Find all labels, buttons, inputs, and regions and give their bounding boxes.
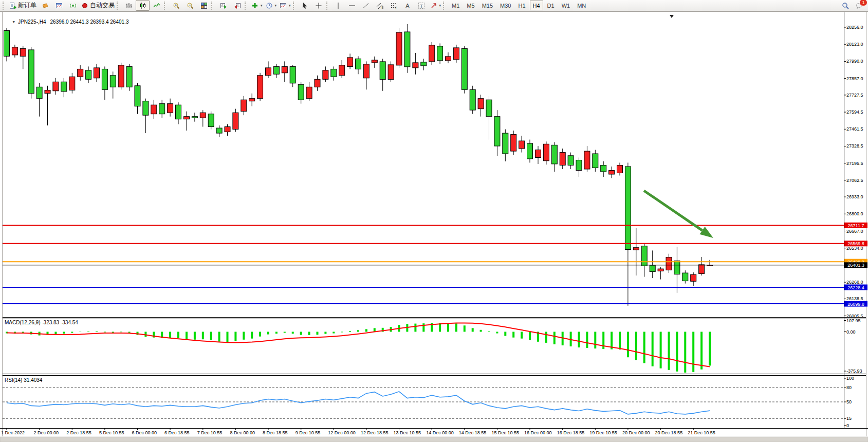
price-axis-tick: 26005.5 [846, 314, 863, 319]
bar-chart-type-button[interactable] [122, 0, 136, 11]
candle [12, 47, 17, 55]
templates-dropdown-arrow-icon[interactable]: ▾ [289, 4, 291, 8]
chart-window-icon [56, 2, 63, 9]
candle [380, 62, 385, 80]
text-button[interactable]: A [401, 0, 415, 11]
periods-dropdown-arrow-icon[interactable]: ▾ [275, 4, 277, 8]
toolbar-grip [326, 2, 329, 10]
chart-title: ▼JPN225-,H426396.0 26441.3 26393.4 26401… [6, 13, 128, 30]
candlestick-chart-type-button[interactable] [136, 0, 150, 11]
timeframe-mn-button[interactable]: MN [574, 1, 589, 10]
timeframe-w1-button[interactable]: W1 [559, 1, 574, 10]
candle [273, 66, 279, 74]
timeframe-m15-button[interactable]: M15 [479, 1, 496, 10]
candle [36, 87, 42, 98]
candle [691, 274, 696, 281]
candle [429, 45, 435, 62]
time-axis-tick: 6 Dec 00:00 [132, 430, 157, 435]
periods-button[interactable]: ▾ [264, 0, 279, 11]
candle [86, 70, 91, 80]
candle [347, 58, 353, 66]
candle [470, 89, 475, 110]
periods-icon [266, 2, 273, 9]
timeframe-d1-button[interactable]: D1 [544, 1, 558, 10]
fibonacci-retracement-button[interactable]: F [387, 0, 401, 11]
candle [241, 100, 247, 112]
svg-text:F: F [396, 6, 398, 9]
timeframe-m1-button[interactable]: M1 [449, 1, 463, 10]
timeframe-h4-button[interactable]: H4 [530, 1, 543, 10]
candle [551, 145, 557, 164]
candle [584, 151, 590, 169]
auto-arrange-icon [220, 2, 227, 9]
candle [437, 46, 443, 61]
vertical-line-button[interactable] [331, 0, 345, 11]
timeframe-m5-button[interactable]: M5 [464, 1, 477, 10]
cursor-icon [301, 2, 308, 9]
templates-icon [280, 2, 287, 9]
candle [315, 79, 320, 87]
horizontal-line-button[interactable] [345, 0, 359, 11]
collapse-icon[interactable]: ▼ [12, 20, 15, 24]
candle [641, 246, 647, 266]
signals-button[interactable] [66, 0, 80, 11]
arrows-shapes-dropdown-arrow-icon[interactable]: ▾ [439, 4, 441, 8]
candle [4, 31, 10, 57]
tile-windows-button[interactable] [197, 0, 211, 11]
search-button[interactable] [838, 0, 852, 11]
candle [413, 63, 418, 68]
crosshair-button[interactable] [312, 0, 326, 11]
rsi-indicator-label: RSI(14) 31.4034 [5, 377, 42, 383]
candle [249, 99, 255, 101]
templates-button[interactable]: ▾ [278, 0, 292, 11]
candle [331, 69, 337, 77]
chart-shift-button[interactable] [230, 0, 244, 11]
timeframe-m30-button[interactable]: M30 [497, 1, 514, 10]
svg-text:E: E [382, 6, 384, 9]
candle [503, 133, 508, 154]
candle [110, 76, 116, 87]
rsi-axis-tick: 15 [846, 416, 852, 421]
candle [208, 114, 214, 127]
candle [568, 156, 574, 165]
chart-canvas[interactable]: 107.950.00-375.93100805015026711.726569.… [0, 11, 868, 442]
rsi-axis-tick: 50 [846, 399, 852, 404]
crosshair-icon [315, 2, 322, 9]
arrows-shapes-icon [430, 2, 437, 9]
line-chart-type-button[interactable] [150, 0, 163, 11]
trendline-button[interactable] [359, 0, 373, 11]
candle [511, 135, 516, 152]
candle [356, 59, 361, 69]
market-watch-button[interactable] [38, 0, 52, 11]
text-label-button[interactable]: T [415, 0, 429, 11]
zoom-in-button[interactable] [169, 0, 183, 11]
arrows-shapes-button[interactable]: ▾ [429, 0, 443, 11]
zoom-out-button[interactable] [183, 0, 197, 11]
line-chart-type-icon [153, 2, 160, 9]
candle [461, 48, 467, 89]
price-axis-tick: 27727.5 [846, 93, 863, 98]
timeframe-h1-button[interactable]: H1 [515, 1, 528, 10]
price-axis-tick: 28256.0 [846, 25, 863, 30]
candle [69, 77, 75, 90]
candle [257, 76, 263, 99]
new-order-label: 新订单 [18, 1, 36, 10]
toolbar-grip [211, 2, 214, 10]
candle [126, 66, 132, 87]
chart-window[interactable]: 107.950.00-375.93100805015026711.726569.… [0, 11, 868, 442]
auto-trading-button[interactable]: 自动交易 [80, 0, 116, 11]
toolbar-grip [164, 2, 167, 10]
equidistant-channel-button[interactable]: E [373, 0, 387, 11]
candle [282, 66, 287, 72]
chart-window-button[interactable] [52, 0, 66, 11]
toolbar-grip [117, 2, 120, 10]
auto-arrange-button[interactable] [216, 0, 230, 11]
price-axis-tick: 26138.5 [846, 296, 863, 301]
cursor-button[interactable] [298, 0, 312, 11]
new-chart-button[interactable]: ▾ [250, 0, 264, 11]
candle [560, 153, 565, 165]
chat-button[interactable]: 1 [852, 0, 866, 11]
new-chart-dropdown-arrow-icon[interactable]: ▾ [261, 4, 263, 8]
candle [159, 104, 165, 114]
new-order-button[interactable]: 新订单 [8, 0, 38, 11]
